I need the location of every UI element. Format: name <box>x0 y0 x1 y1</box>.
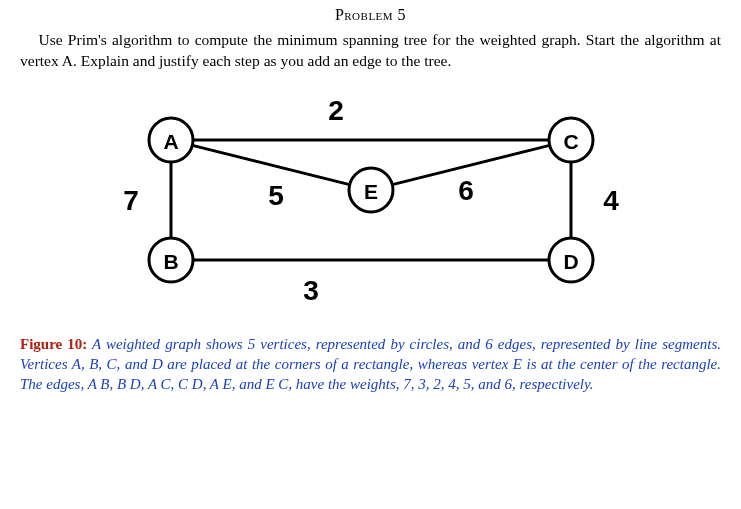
figure-caption: Figure 10: A weighted graph shows 5 vert… <box>20 334 721 395</box>
nodes-layer: ABCDE <box>149 118 593 282</box>
caption-label: Figure 10: <box>20 336 87 352</box>
page: Problem 5 Use Prim's algorithm to comput… <box>0 0 741 395</box>
node-D: D <box>549 238 593 282</box>
node-label-E: E <box>363 179 377 202</box>
node-label-C: C <box>563 129 578 152</box>
node-label-A: A <box>163 129 178 152</box>
graph-figure: 732456 ABCDE <box>91 90 651 310</box>
problem-title: Problem 5 <box>20 6 721 24</box>
edge-weight-A-B: 7 <box>123 184 139 215</box>
node-C: C <box>549 118 593 162</box>
caption-text: A weighted graph shows 5 vertices, repre… <box>20 336 721 393</box>
node-A: A <box>149 118 193 162</box>
edge-weight-A-E: 5 <box>268 179 284 210</box>
edge-weight-C-D: 4 <box>603 184 619 215</box>
node-E: E <box>349 168 393 212</box>
node-label-B: B <box>163 249 178 272</box>
node-label-D: D <box>563 249 578 272</box>
edge-weight-E-C: 6 <box>458 174 474 205</box>
problem-prompt: Use Prim's algorithm to compute the mini… <box>20 30 721 72</box>
figure-wrap: 732456 ABCDE <box>20 90 721 310</box>
node-B: B <box>149 238 193 282</box>
edge-weight-A-C: 2 <box>328 94 344 125</box>
edge-weight-B-D: 3 <box>303 274 319 305</box>
